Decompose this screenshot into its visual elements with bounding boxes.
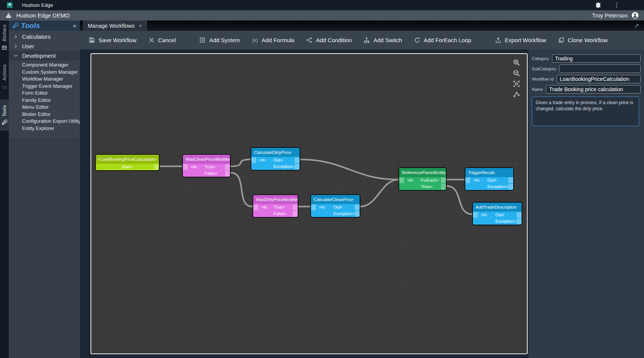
node-port-row[interactable]: >InOut> [465, 177, 513, 184]
out-port-label: Out> [487, 177, 496, 184]
tree-child-family-editor[interactable]: Family Editor [9, 97, 80, 104]
node-port-row[interactable]: >InForEach> [399, 177, 446, 184]
workflow-node-refParent[interactable]: ReferenceParentEntity>InForEach>Then> [398, 167, 447, 191]
node-port-row[interactable]: Then> [399, 184, 446, 190]
add-foreach-loop-button[interactable]: Add ForEach Loop [414, 37, 471, 43]
subcategory-input[interactable] [559, 65, 641, 73]
in-port[interactable] [399, 177, 404, 183]
out-port[interactable] [225, 171, 230, 176]
out-port[interactable] [293, 204, 298, 210]
node-port-row[interactable]: >InTrue> [183, 164, 230, 170]
add-formula-button[interactable]: (x) Add Formula [252, 37, 294, 43]
in-port[interactable] [253, 204, 258, 210]
out-port[interactable] [355, 204, 360, 210]
tab-manage-workflows[interactable]: Manage Workflows × [83, 21, 147, 31]
node-port-row[interactable]: >InOut> [311, 204, 360, 211]
tree-item-development[interactable]: Development [9, 51, 80, 60]
rail-tab-tools[interactable]: Tools [0, 100, 9, 131]
button-label: Export Workflow [505, 37, 546, 43]
tree-child-entity-explorer[interactable]: Entity Explorer [9, 125, 80, 132]
connection-edges [91, 54, 527, 353]
node-port-row[interactable]: >InOut> [473, 212, 522, 218]
out-port-label: Exception> [333, 211, 354, 217]
node-port-row[interactable]: False> [183, 170, 230, 177]
tree-child-form-editor[interactable]: Form Editor [9, 90, 80, 97]
out-port[interactable] [225, 164, 230, 170]
tree-child-trigger-event-manager[interactable]: Trigger Event Manager [9, 83, 80, 90]
node-port-row[interactable]: >InTrue> [253, 204, 298, 211]
connection-edge[interactable] [231, 173, 252, 207]
expand-view-icon[interactable]: ↗ [634, 22, 639, 29]
export-workflow-button[interactable]: Export Workflow [495, 37, 546, 43]
in-port[interactable] [183, 164, 188, 170]
workflow-node-calcClean[interactable]: CalculateCleanPrice>InOut>Exception> [310, 194, 360, 218]
user-avatar-icon[interactable] [631, 12, 639, 19]
out-port[interactable] [441, 177, 446, 183]
more-menu-icon[interactable]: ⋮ [614, 2, 620, 9]
tab-close-icon[interactable]: × [139, 22, 142, 29]
out-port[interactable] [295, 164, 300, 169]
tree-child-blotter-editor[interactable]: Blotter Editor [9, 111, 80, 118]
in-port[interactable] [465, 177, 470, 183]
in-port-label: >In [473, 177, 479, 184]
loop-icon [414, 37, 420, 43]
workflow-node-calcDirty[interactable]: CalculateDirtyPrice>InOut>Exception> [251, 147, 300, 171]
workflow-node-start[interactable]: <LoanBookingPriceCalculation>Start> [95, 154, 160, 171]
workflow-node-triggerRecalc[interactable]: TriggerRecalc>InOut>Exception> [465, 167, 514, 191]
tree-child-menu-editor[interactable]: Menu Editor [9, 104, 80, 111]
tree-child-component-manager[interactable]: Component Manager [9, 62, 80, 69]
node-port-row[interactable]: >InOut> [251, 157, 300, 163]
add-system-button[interactable]: Add System [199, 37, 240, 43]
node-port-row[interactable]: Exception> [251, 163, 300, 170]
fit-view-icon[interactable] [513, 80, 520, 87]
clone-workflow-button[interactable]: Clone Workflow [558, 37, 608, 43]
tree-child-configuration-export-utility[interactable]: Configuration Export Utility [9, 118, 80, 125]
out-port[interactable] [154, 164, 159, 170]
add-condition-button[interactable]: Add Condition [306, 37, 352, 43]
out-port[interactable] [508, 177, 513, 183]
category-input[interactable] [552, 54, 641, 63]
node-port-row[interactable]: False> [253, 211, 298, 217]
connection-edge[interactable] [231, 160, 251, 166]
zoom-in-icon[interactable] [513, 59, 520, 66]
workflow-node-wasClean[interactable]: WasCleanPriceModified>InTrue>False> [182, 154, 231, 177]
node-port-row[interactable]: Exception> [473, 218, 522, 225]
name-input[interactable] [546, 85, 641, 93]
workflow-node-wasDirty[interactable]: WasDirtyPriceModified>InTrue>False> [252, 194, 298, 218]
tree-child-workflow-manager[interactable]: Workflow Manager [9, 76, 80, 83]
cancel-button[interactable]: Cancel [148, 37, 176, 43]
node-port-row[interactable]: Exception> [465, 184, 513, 190]
in-port[interactable] [311, 204, 316, 210]
in-port[interactable] [251, 157, 256, 163]
tab-label: Manage Workflows [88, 23, 135, 29]
tools-panel: Tools « Calculators User Development Com… [9, 21, 80, 358]
rail-tab-actions[interactable]: Actions ↑↓ [0, 60, 9, 93]
workflow-canvas[interactable]: <LoanBookingPriceCalculation>Start> WasC… [90, 53, 528, 354]
node-port-row[interactable]: Start> [96, 164, 159, 170]
auto-layout-icon[interactable] [513, 91, 520, 98]
out-port-label: False> [205, 170, 217, 177]
in-port[interactable] [473, 212, 478, 218]
out-port[interactable] [517, 212, 522, 218]
rail-tab-blotters[interactable]: Blotters [0, 21, 9, 54]
connection-edge[interactable] [300, 160, 398, 180]
workflow-node-addTradeDesc[interactable]: AddTradeDescription>InOut>Exception> [472, 202, 522, 225]
extensions-icon[interactable] [595, 2, 601, 8]
out-port[interactable] [441, 184, 446, 190]
workflow-id-input[interactable] [557, 75, 641, 83]
out-port[interactable] [293, 211, 298, 217]
out-port[interactable] [295, 157, 300, 163]
add-switch-button[interactable]: Add Switch [363, 37, 402, 43]
tree-item-calculators[interactable]: Calculators [9, 32, 80, 41]
out-port[interactable] [355, 211, 360, 217]
tree-item-user[interactable]: User [9, 41, 80, 51]
collapse-panel-button[interactable]: « [73, 22, 76, 30]
tree-child-custom-system-manager[interactable]: Custom System Manager [9, 69, 80, 76]
node-port-row[interactable]: Exception> [311, 211, 360, 217]
zoom-out-icon[interactable] [513, 70, 520, 77]
description-field[interactable]: Given a trade entry in process, If a cle… [532, 97, 639, 126]
out-port[interactable] [508, 184, 513, 190]
save-workflow-button[interactable]: Save Workflow [89, 37, 136, 43]
out-port[interactable] [517, 219, 522, 224]
connection-edge[interactable] [360, 180, 398, 207]
